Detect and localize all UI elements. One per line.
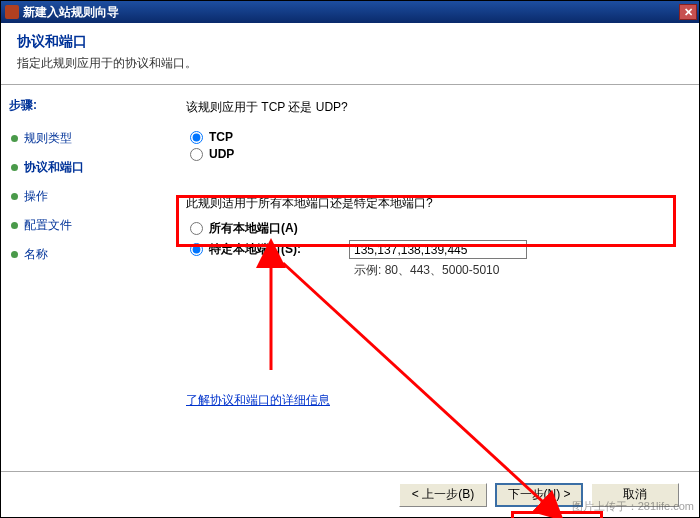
cancel-button[interactable]: 取消 — [591, 483, 679, 507]
radio-tcp[interactable] — [190, 131, 203, 144]
body: 步骤: 规则类型 协议和端口 操作 配置文件 名称 — [1, 85, 699, 471]
step-rule-type[interactable]: 规则类型 — [9, 124, 168, 153]
bullet-icon — [11, 222, 18, 229]
page-desc: 指定此规则应用于的协议和端口。 — [17, 55, 683, 72]
content: 该规则应用于 TCP 还是 UDP? TCP UDP 此规则适用于所有本地端口还… — [176, 85, 699, 471]
bullet-icon — [11, 193, 18, 200]
back-button[interactable]: < 上一步(B) — [399, 483, 487, 507]
radio-all-ports[interactable] — [190, 222, 203, 235]
step-label: 配置文件 — [24, 217, 72, 234]
radio-specific-ports[interactable] — [190, 243, 203, 256]
footer: < 上一步(B) 下一步(N) > 取消 — [1, 471, 699, 517]
question-protocol: 该规则应用于 TCP 还是 UDP? — [186, 99, 679, 116]
ports-input[interactable] — [349, 240, 527, 259]
titlebar-left: 新建入站规则向导 — [5, 4, 119, 21]
radio-udp-label: UDP — [209, 147, 234, 161]
bullet-icon — [11, 164, 18, 171]
close-button[interactable]: ✕ — [679, 4, 697, 20]
window-title: 新建入站规则向导 — [23, 4, 119, 21]
step-label: 规则类型 — [24, 130, 72, 147]
learn-more-link[interactable]: 了解协议和端口的详细信息 — [186, 392, 330, 409]
app-icon — [5, 5, 19, 19]
bullet-icon — [11, 251, 18, 258]
sidebar: 步骤: 规则类型 协议和端口 操作 配置文件 名称 — [1, 85, 176, 471]
header: 协议和端口 指定此规则应用于的协议和端口。 — [1, 23, 699, 85]
radio-udp[interactable] — [190, 148, 203, 161]
step-protocol-ports[interactable]: 协议和端口 — [9, 153, 168, 182]
step-action[interactable]: 操作 — [9, 182, 168, 211]
next-button[interactable]: 下一步(N) > — [495, 483, 583, 507]
question-ports: 此规则适用于所有本地端口还是特定本地端口? — [186, 195, 679, 212]
wizard-window: 新建入站规则向导 ✕ 协议和端口 指定此规则应用于的协议和端口。 步骤: 规则类… — [0, 0, 700, 518]
step-name[interactable]: 名称 — [9, 240, 168, 269]
radio-udp-row[interactable]: UDP — [190, 147, 679, 161]
radio-all-ports-row[interactable]: 所有本地端口(A) — [190, 220, 679, 237]
radio-specific-ports-row: 特定本地端口(S): — [190, 240, 679, 259]
step-label: 操作 — [24, 188, 48, 205]
page-title: 协议和端口 — [17, 33, 683, 51]
radio-tcp-row[interactable]: TCP — [190, 130, 679, 144]
radio-tcp-label: TCP — [209, 130, 233, 144]
step-profile[interactable]: 配置文件 — [9, 211, 168, 240]
radio-specific-ports-label: 特定本地端口(S): — [209, 241, 339, 258]
radio-specific-ports-wrap[interactable]: 特定本地端口(S): — [190, 241, 339, 258]
radio-all-ports-label: 所有本地端口(A) — [209, 220, 298, 237]
step-label: 协议和端口 — [24, 159, 84, 176]
steps-label: 步骤: — [9, 97, 168, 114]
annotation-arrow-1 — [256, 245, 286, 378]
ports-example: 示例: 80、443、5000-5010 — [354, 262, 679, 279]
bullet-icon — [11, 135, 18, 142]
step-label: 名称 — [24, 246, 48, 263]
titlebar: 新建入站规则向导 ✕ — [1, 1, 699, 23]
